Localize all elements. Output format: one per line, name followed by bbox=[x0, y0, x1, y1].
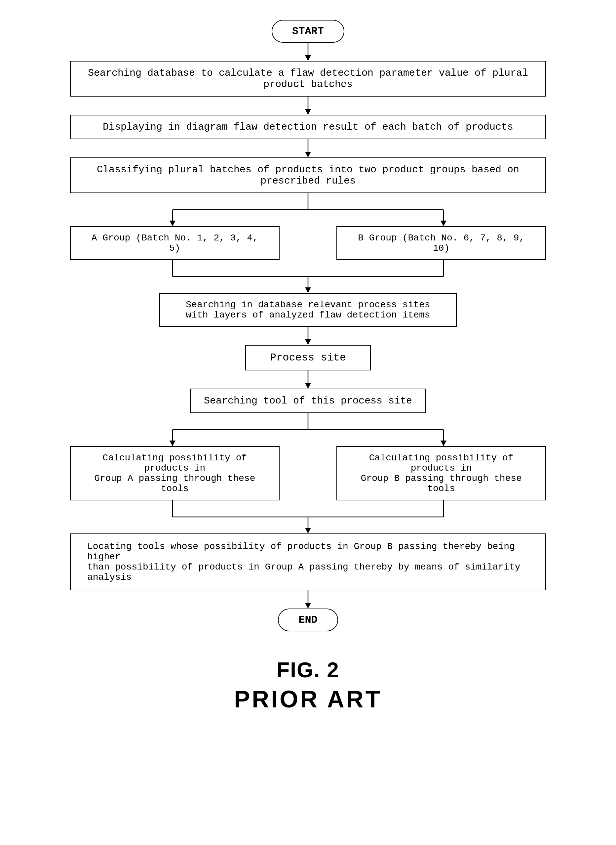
step7b-line1: Calculating possibility of products in bbox=[350, 453, 532, 473]
fig-title: FIG. 2 bbox=[234, 658, 382, 682]
svg-marker-24 bbox=[170, 441, 176, 446]
step7a-line2: Group A passing through these tools bbox=[84, 473, 266, 494]
flowchart: START Searching database to calculate a … bbox=[44, 20, 572, 713]
merge-arrow-bottom bbox=[93, 500, 523, 533]
calc-a-box: Calculating possibility of products in G… bbox=[70, 446, 280, 500]
split-arrow-top bbox=[93, 193, 523, 226]
svg-marker-31 bbox=[305, 528, 311, 533]
svg-marker-20 bbox=[305, 383, 311, 389]
calc-b-box: Calculating possibility of products in G… bbox=[336, 446, 546, 500]
svg-marker-9 bbox=[170, 220, 176, 226]
svg-marker-1 bbox=[305, 55, 311, 61]
svg-marker-18 bbox=[305, 339, 311, 345]
step3-text: Classifying plural batches of products i… bbox=[97, 164, 519, 187]
svg-marker-33 bbox=[305, 603, 311, 608]
end-node: END bbox=[278, 608, 338, 631]
step8-line2: than possibility of products in Group A … bbox=[87, 562, 529, 582]
calc-a-col: Calculating possibility of products in G… bbox=[70, 446, 280, 500]
calc-b-col: Calculating possibility of products in G… bbox=[336, 446, 546, 500]
fig-subtitle: PRIOR ART bbox=[234, 686, 382, 713]
group-b-col: B Group (Batch No. 6, 7, 8, 9, 10) bbox=[336, 226, 546, 260]
arrow-5 bbox=[304, 370, 312, 389]
arrow-3 bbox=[304, 139, 312, 157]
arrow-1 bbox=[304, 43, 312, 61]
step4-box: Searching in database relevant process s… bbox=[159, 293, 457, 327]
group-a-text: A Group (Batch No. 1, 2, 3, 4, 5) bbox=[91, 233, 258, 253]
start-label: START bbox=[272, 20, 344, 43]
group-b-text: B Group (Batch No. 6, 7, 8, 9, 10) bbox=[358, 233, 525, 253]
step6-box: Searching tool of this process site bbox=[190, 389, 426, 413]
end-label: END bbox=[278, 608, 338, 631]
step1-text: Searching database to calculate a flaw d… bbox=[88, 68, 528, 90]
svg-marker-26 bbox=[440, 441, 446, 446]
svg-marker-3 bbox=[305, 109, 311, 115]
step1-box: Searching database to calculate a flaw d… bbox=[70, 61, 546, 97]
svg-marker-11 bbox=[440, 220, 446, 226]
step7a-line1: Calculating possibility of products in bbox=[84, 453, 266, 473]
start-node: START bbox=[272, 20, 344, 43]
step5-text: Process site bbox=[270, 351, 346, 364]
svg-marker-5 bbox=[305, 152, 311, 157]
step2-text: Displaying in diagram flaw detection res… bbox=[103, 121, 513, 132]
step4-line1: Searching in database relevant process s… bbox=[173, 300, 443, 310]
svg-marker-16 bbox=[305, 287, 311, 293]
arrow-2 bbox=[304, 97, 312, 115]
arrow-6 bbox=[304, 590, 312, 608]
merge-arrow-top bbox=[93, 260, 523, 293]
step5-box: Process site bbox=[245, 345, 371, 370]
group-b-box: B Group (Batch No. 6, 7, 8, 9, 10) bbox=[336, 226, 546, 260]
step6-text: Searching tool of this process site bbox=[204, 395, 412, 407]
arrow-4 bbox=[304, 327, 312, 345]
step8-box: Locating tools whose possibility of prod… bbox=[70, 533, 546, 590]
step4-line2: with layers of analyzed flaw detection i… bbox=[173, 310, 443, 320]
step8-line1: Locating tools whose possibility of prod… bbox=[87, 541, 529, 562]
split-arrow-bottom bbox=[93, 413, 523, 446]
step7b-line2: Group B passing through these tools bbox=[350, 473, 532, 494]
step2-box: Displaying in diagram flaw detection res… bbox=[70, 115, 546, 139]
group-a-box: A Group (Batch No. 1, 2, 3, 4, 5) bbox=[70, 226, 280, 260]
group-row: A Group (Batch No. 1, 2, 3, 4, 5) B Grou… bbox=[70, 226, 546, 260]
group-a-col: A Group (Batch No. 1, 2, 3, 4, 5) bbox=[70, 226, 280, 260]
calc-row: Calculating possibility of products in G… bbox=[70, 446, 546, 500]
figure-caption: FIG. 2 PRIOR ART bbox=[234, 658, 382, 713]
step3-box: Classifying plural batches of products i… bbox=[70, 157, 546, 193]
